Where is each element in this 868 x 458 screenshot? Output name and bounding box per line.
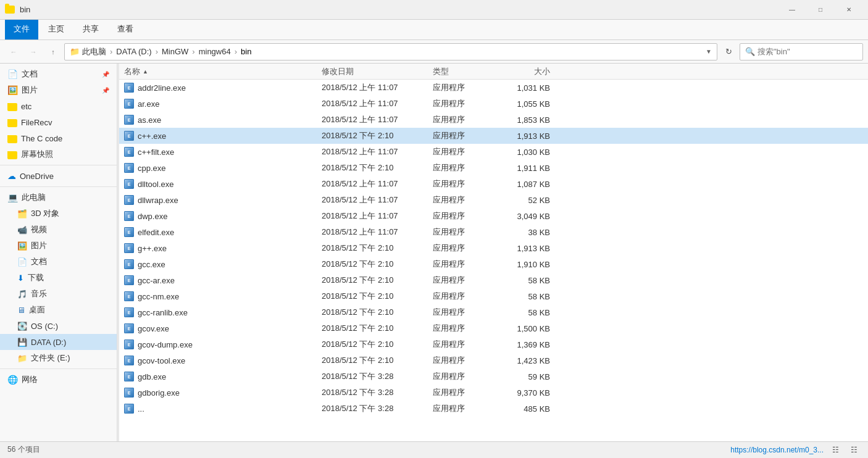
sort-arrow-icon: ▲ xyxy=(143,69,148,75)
sidebar-item-network[interactable]: 🌐 网络 xyxy=(0,372,117,388)
file-exe-icon: E xyxy=(124,163,134,173)
search-input[interactable] xyxy=(757,47,861,56)
tab-view[interactable]: 查看 xyxy=(109,20,142,40)
title-bar-icons xyxy=(5,6,15,14)
file-name: c++.exe xyxy=(138,131,166,141)
desktop-icon: 🖥 xyxy=(17,306,25,315)
breadcrumb-mingw[interactable]: MinGW xyxy=(162,47,188,56)
divider-3 xyxy=(0,368,117,369)
view-large-icons-button[interactable]: ☷ xyxy=(847,443,861,457)
sidebar-item-thispc[interactable]: 💻 此电脑 xyxy=(0,189,117,206)
sidebar-item-documents[interactable]: 📄 文档 xyxy=(0,254,117,270)
sidebar-item-video[interactable]: 📹 视频 xyxy=(0,222,117,238)
refresh-button[interactable]: ↻ xyxy=(720,43,737,60)
file-type: 应用程序 xyxy=(433,371,495,382)
sidebar-item-desktop[interactable]: 🖥 桌面 xyxy=(0,302,117,318)
filerecv-folder-icon xyxy=(7,119,17,127)
file-type: 应用程序 xyxy=(433,227,495,238)
file-row[interactable]: E gcov.exe 2018/5/12 下午 2:10 应用程序 1,500 … xyxy=(119,320,868,336)
file-name: ar.exe xyxy=(138,99,159,109)
onedrive-icon: ☁ xyxy=(7,171,16,181)
close-button[interactable]: ✕ xyxy=(835,0,863,20)
minimize-button[interactable]: — xyxy=(778,0,806,20)
file-row[interactable]: E c++.exe 2018/5/12 下午 2:10 应用程序 1,913 K… xyxy=(119,128,868,144)
sidebar-item-thecode[interactable]: The C code xyxy=(0,130,117,146)
sidebar-item-docs[interactable]: 📄 文档 📌 xyxy=(0,66,117,82)
up-button[interactable]: ↑ xyxy=(44,43,62,60)
col-header-type[interactable]: 类型 xyxy=(433,66,495,77)
file-name: gcc.exe xyxy=(138,260,165,269)
file-name: dwp.exe xyxy=(138,212,167,221)
file-size: 485 KB xyxy=(495,404,550,414)
breadcrumb-expand[interactable]: ▼ xyxy=(706,48,712,55)
file-row[interactable]: E ar.exe 2018/5/12 上午 11:07 应用程序 1,055 K… xyxy=(119,96,868,112)
breadcrumb-home-icon: 📁 xyxy=(70,47,80,56)
tab-share[interactable]: 共享 xyxy=(74,20,107,40)
file-type: 应用程序 xyxy=(433,210,495,222)
file-type: 应用程序 xyxy=(433,355,495,366)
file-date: 2018/5/12 下午 2:10 xyxy=(322,323,433,334)
file-row[interactable]: E gcc.exe 2018/5/12 下午 2:10 应用程序 1,910 K… xyxy=(119,256,868,272)
drive-e-label: 文件夹 (E:) xyxy=(31,352,70,364)
file-row[interactable]: E elfedit.exe 2018/5/12 上午 11:07 应用程序 38… xyxy=(119,224,868,240)
file-row[interactable]: E dllwrap.exe 2018/5/12 上午 11:07 应用程序 52… xyxy=(119,192,868,208)
file-row[interactable]: E dlltool.exe 2018/5/12 上午 11:07 应用程序 1,… xyxy=(119,176,868,192)
file-row[interactable]: E g++.exe 2018/5/12 下午 2:10 应用程序 1,913 K… xyxy=(119,240,868,256)
file-exe-icon: E xyxy=(124,131,134,141)
breadcrumb-thispc[interactable]: 此电脑 xyxy=(82,46,106,57)
forward-button[interactable]: → xyxy=(25,43,42,60)
file-row[interactable]: E cpp.exe 2018/5/12 下午 2:10 应用程序 1,911 K… xyxy=(119,160,868,176)
file-row[interactable]: E gcc-ar.exe 2018/5/12 下午 2:10 应用程序 58 K… xyxy=(119,272,868,288)
sidebar-item-pics[interactable]: 🖼️ 图片 📌 xyxy=(0,82,117,98)
file-row[interactable]: E ... 2018/5/12 下午 3:28 应用程序 485 KB xyxy=(119,401,868,417)
sidebar-item-pictures[interactable]: 🖼️ 图片 xyxy=(0,238,117,254)
sidebar-item-screenshot[interactable]: 屏幕快照 xyxy=(0,146,117,162)
file-size: 1,087 KB xyxy=(495,180,550,189)
file-row[interactable]: E gdb.exe 2018/5/12 下午 3:28 应用程序 59 KB xyxy=(119,368,868,385)
pictures-icon: 🖼️ xyxy=(17,241,27,251)
file-row[interactable]: E gcc-ranlib.exe 2018/5/12 下午 2:10 应用程序 … xyxy=(119,304,868,320)
file-type: 应用程序 xyxy=(433,178,495,189)
sidebar-item-drive-e[interactable]: 📁 文件夹 (E:) xyxy=(0,350,117,366)
col-header-name[interactable]: 名称 ▲ xyxy=(124,66,322,77)
col-header-size[interactable]: 大小 xyxy=(495,66,550,77)
sidebar-item-downloads[interactable]: ⬇ 下载 xyxy=(0,270,117,286)
file-row[interactable]: E as.exe 2018/5/12 上午 11:07 应用程序 1,853 K… xyxy=(119,112,868,128)
sidebar-item-etc[interactable]: etc xyxy=(0,98,117,114)
sidebar-item-onedrive[interactable]: ☁ OneDrive xyxy=(0,168,117,184)
file-exe-icon: E xyxy=(124,243,134,253)
tab-home[interactable]: 主页 xyxy=(40,20,73,40)
file-row[interactable]: E gdborig.exe 2018/5/12 下午 3:28 应用程序 9,3… xyxy=(119,385,868,401)
sidebar-item-drive-c[interactable]: 💽 OS (C:) xyxy=(0,318,117,334)
pictures-label: 图片 xyxy=(31,240,47,251)
file-type: 应用程序 xyxy=(433,82,495,93)
maximize-button[interactable]: □ xyxy=(806,0,835,20)
video-label: 视频 xyxy=(31,224,47,235)
breadcrumb[interactable]: 📁 此电脑 › DATA (D:) › MinGW › mingw64 › bi… xyxy=(64,43,717,60)
file-row[interactable]: E c++filt.exe 2018/5/12 上午 11:07 应用程序 1,… xyxy=(119,144,868,160)
file-row[interactable]: E addr2line.exe 2018/5/12 上午 11:07 应用程序 … xyxy=(119,80,868,96)
view-details-button[interactable]: ☷ xyxy=(828,443,842,457)
breadcrumb-data[interactable]: DATA (D:) xyxy=(116,47,151,56)
file-row[interactable]: E dwp.exe 2018/5/12 上午 11:07 应用程序 3,049 … xyxy=(119,208,868,224)
file-size: 1,913 KB xyxy=(495,131,550,141)
file-date: 2018/5/12 下午 2:10 xyxy=(322,130,433,141)
sidebar-item-filerecv[interactable]: FileRecv xyxy=(0,114,117,130)
file-date: 2018/5/12 上午 11:07 xyxy=(322,114,433,125)
sidebar-item-music[interactable]: 🎵 音乐 xyxy=(0,286,117,302)
file-row[interactable]: E gcc-nm.exe 2018/5/12 下午 2:10 应用程序 58 K… xyxy=(119,288,868,304)
file-type: 应用程序 xyxy=(433,403,495,414)
tab-file[interactable]: 文件 xyxy=(5,20,38,40)
file-row[interactable]: E gcov-tool.exe 2018/5/12 下午 2:10 应用程序 1… xyxy=(119,352,868,368)
file-exe-icon: E xyxy=(124,372,134,381)
sidebar-item-drive-d[interactable]: 💾 DATA (D:) xyxy=(0,334,117,350)
file-date: 2018/5/12 下午 3:28 xyxy=(322,387,433,398)
file-row[interactable]: E gcov-dump.exe 2018/5/12 下午 2:10 应用程序 1… xyxy=(119,336,868,352)
file-type: 应用程序 xyxy=(433,339,495,350)
search-bar[interactable]: 🔍 xyxy=(740,43,863,60)
back-button[interactable]: ← xyxy=(5,43,22,60)
file-name: gcc-ranlib.exe xyxy=(138,308,188,317)
col-header-date[interactable]: 修改日期 xyxy=(322,66,433,77)
sidebar-item-3d[interactable]: 🗂️ 3D 对象 xyxy=(0,206,117,222)
breadcrumb-mingw64[interactable]: mingw64 xyxy=(199,47,231,56)
